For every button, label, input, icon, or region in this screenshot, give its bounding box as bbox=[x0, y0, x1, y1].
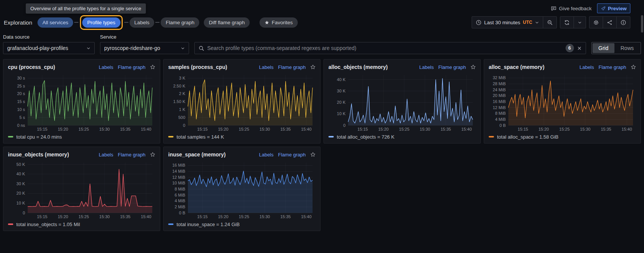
favorite-star-icon[interactable] bbox=[310, 64, 316, 70]
give-feedback-button[interactable]: Give feedback bbox=[551, 6, 592, 11]
tab-label: Profile types bbox=[87, 20, 115, 25]
preview-label: Preview bbox=[608, 6, 627, 11]
svg-text:15:15: 15:15 bbox=[358, 127, 368, 131]
time-range-picker[interactable]: Last 30 minutes UTC bbox=[472, 17, 543, 28]
tab-labels[interactable]: Labels bbox=[130, 17, 155, 28]
info-button[interactable] bbox=[616, 17, 630, 28]
svg-text:40 K: 40 K bbox=[337, 77, 345, 82]
legend-label: total samples = 144 K bbox=[177, 134, 224, 140]
layout-option-grid[interactable]: Grid bbox=[592, 43, 614, 53]
panel-header: inuse_space (memory)LabelsFlame graph bbox=[168, 150, 316, 159]
scrollbar-thumb[interactable] bbox=[641, 15, 643, 33]
flame-graph-link[interactable]: Flame graph bbox=[599, 64, 626, 70]
share-button[interactable] bbox=[603, 17, 616, 28]
favorite-star-icon[interactable] bbox=[470, 64, 476, 70]
legend-cpu[interactable]: total cpu = 24.0 mins bbox=[8, 132, 155, 141]
refresh-button[interactable] bbox=[560, 17, 574, 28]
labels-link[interactable]: Labels bbox=[580, 64, 594, 70]
data-source-field: Data source grafanacloud-play-profiles bbox=[3, 34, 95, 54]
tab-connector bbox=[124, 22, 128, 23]
tab-favorites[interactable]: Favorites bbox=[259, 17, 298, 28]
info-icon bbox=[621, 20, 626, 25]
chart-alloc_objects[interactable]: 15:1515:2015:2515:3015:3515:40010 K20 K3… bbox=[328, 72, 476, 132]
svg-text:50 K: 50 K bbox=[16, 162, 25, 167]
tab-profile-types[interactable]: Profile types bbox=[82, 17, 120, 28]
labels-link[interactable]: Labels bbox=[99, 152, 113, 158]
labels-link[interactable]: Labels bbox=[259, 152, 274, 158]
favorite-star-icon[interactable] bbox=[631, 64, 636, 70]
service-field: Service pyroscope-rideshare-go bbox=[100, 34, 189, 54]
svg-text:3 K: 3 K bbox=[179, 76, 185, 80]
svg-text:20 s: 20 s bbox=[17, 91, 25, 96]
svg-text:10 K: 10 K bbox=[337, 111, 345, 116]
svg-text:15:30: 15:30 bbox=[580, 127, 591, 131]
svg-text:15:40: 15:40 bbox=[141, 214, 152, 219]
refresh-group bbox=[560, 16, 586, 28]
tab-all-services[interactable]: All services bbox=[38, 17, 73, 28]
settings-button[interactable] bbox=[589, 17, 603, 28]
labels-link[interactable]: Labels bbox=[259, 64, 274, 70]
timezone-label: UTC bbox=[523, 20, 532, 25]
legend-inuse_space[interactable]: total inuse_space = 1.24 GiB bbox=[168, 220, 316, 229]
chart-inuse_space[interactable]: 15:1515:2015:2515:3015:3515:400 B2 MiB4 … bbox=[168, 159, 316, 220]
svg-text:15:35: 15:35 bbox=[280, 214, 291, 219]
favorite-star-icon[interactable] bbox=[150, 152, 155, 157]
legend-alloc_space[interactable]: total alloc_space = 1.58 GiB bbox=[489, 132, 636, 141]
service-select[interactable]: pyroscope-rideshare-go bbox=[100, 42, 189, 54]
panel-header: samples (process_cpu)LabelsFlame graph bbox=[168, 62, 316, 72]
labels-link[interactable]: Labels bbox=[419, 64, 434, 70]
labels-link[interactable]: Labels bbox=[99, 64, 113, 70]
svg-text:15:25: 15:25 bbox=[239, 214, 249, 219]
panel-samples: samples (process_cpu)LabelsFlame graph15… bbox=[163, 59, 320, 144]
tab-flame-graph[interactable]: Flame graph bbox=[161, 17, 199, 28]
legend-inuse_objects[interactable]: total inuse_objects = 1.05 Mil bbox=[8, 220, 155, 229]
data-source-select[interactable]: grafanacloud-play-profiles bbox=[3, 42, 95, 54]
legend-alloc_objects[interactable]: total alloc_objects = 726 K bbox=[328, 132, 476, 141]
feedback-area: Give feedback Preview bbox=[551, 3, 630, 13]
data-source-value: grafanacloud-play-profiles bbox=[7, 45, 68, 51]
legend-samples[interactable]: total samples = 144 K bbox=[168, 132, 316, 141]
chart-samples[interactable]: 15:1515:2015:2515:3015:3515:4005001 K1.5… bbox=[168, 72, 316, 132]
svg-text:15:20: 15:20 bbox=[58, 214, 68, 219]
svg-text:15:25: 15:25 bbox=[78, 127, 89, 131]
svg-text:0 B: 0 B bbox=[179, 211, 185, 215]
panel-title: samples (process_cpu) bbox=[168, 64, 227, 70]
svg-text:15:20: 15:20 bbox=[218, 127, 228, 131]
flame-graph-link[interactable]: Flame graph bbox=[438, 64, 466, 70]
legend-label: total cpu = 24.0 mins bbox=[16, 134, 62, 140]
svg-text:4 MiB: 4 MiB bbox=[495, 117, 506, 122]
clear-search-button[interactable] bbox=[577, 46, 582, 51]
refresh-interval-dropdown[interactable] bbox=[574, 17, 586, 28]
toolbar-controls: Last 30 minutes UTC bbox=[472, 16, 630, 28]
panel-header: alloc_space (memory)LabelsFlame graph bbox=[489, 62, 636, 72]
search-input[interactable] bbox=[207, 45, 563, 51]
flame-graph-link[interactable]: Flame graph bbox=[278, 152, 306, 158]
svg-text:20 MiB: 20 MiB bbox=[493, 93, 506, 98]
favorite-star-icon[interactable] bbox=[310, 152, 316, 157]
panel-title: alloc_space (memory) bbox=[489, 64, 544, 70]
nav-bar: Exploration All servicesProfile typesLab… bbox=[0, 14, 644, 30]
flame-graph-link[interactable]: Flame graph bbox=[118, 152, 145, 158]
tab-label: Favorites bbox=[272, 20, 293, 25]
favorite-star-icon[interactable] bbox=[150, 64, 155, 70]
panel-title: inuse_space (memory) bbox=[168, 151, 226, 158]
data-source-label: Data source bbox=[3, 34, 95, 40]
chart-cpu[interactable]: 15:1515:2015:2515:3015:3515:400 ns5 s10 … bbox=[8, 72, 155, 132]
preview-button[interactable]: Preview bbox=[597, 3, 630, 13]
svg-text:8 MiB: 8 MiB bbox=[175, 187, 185, 191]
svg-text:4 MiB: 4 MiB bbox=[175, 198, 185, 203]
chart-alloc_space[interactable]: 15:1515:2015:2515:3015:3515:400 B4 MiB8 … bbox=[489, 72, 636, 132]
tab-label: All services bbox=[42, 20, 68, 25]
zoom-out-button[interactable] bbox=[543, 17, 556, 28]
layout-toggle: Grid Rows bbox=[591, 42, 641, 54]
result-count-badge: 6 bbox=[566, 44, 574, 52]
service-value: pyroscope-rideshare-go bbox=[104, 45, 160, 51]
svg-text:15:35: 15:35 bbox=[601, 127, 611, 131]
layout-option-rows[interactable]: Rows bbox=[614, 43, 640, 53]
svg-text:12 MiB: 12 MiB bbox=[172, 175, 185, 180]
tab-diff-flame-graph[interactable]: Diff flame graph bbox=[204, 17, 250, 28]
tab-connector bbox=[74, 22, 78, 23]
flame-graph-link[interactable]: Flame graph bbox=[278, 64, 306, 70]
flame-graph-link[interactable]: Flame graph bbox=[118, 64, 145, 70]
chart-inuse_objects[interactable]: 15:1515:2015:2515:3015:3515:40010 K20 K3… bbox=[8, 159, 155, 220]
